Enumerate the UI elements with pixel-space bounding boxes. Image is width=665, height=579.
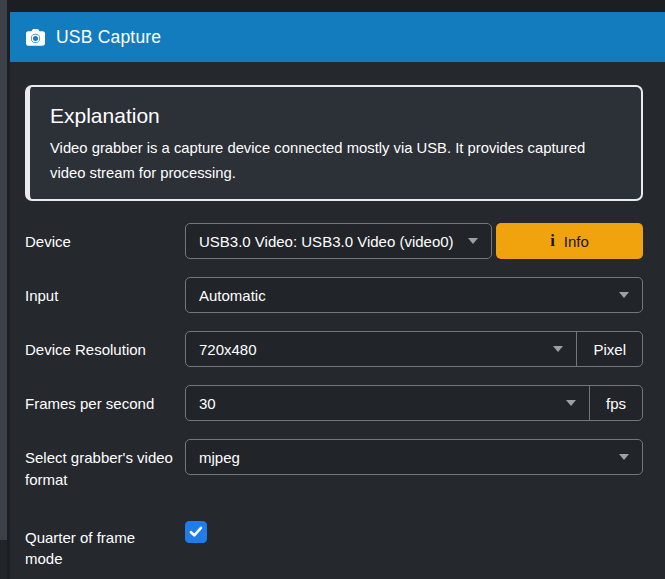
video-format-select[interactable]: mjpeg (185, 439, 643, 475)
device-info-button[interactable]: i Info (496, 223, 643, 259)
check-icon (189, 526, 203, 538)
left-scrollbar-track (0, 0, 7, 579)
resolution-select[interactable]: 720x480 (186, 332, 576, 366)
quarter-frame-checkbox[interactable] (185, 521, 207, 543)
explanation-callout: Explanation Video grabber is a capture d… (25, 85, 643, 201)
resolution-unit: Pixel (576, 332, 642, 366)
device-label: Device (25, 223, 185, 253)
caret-down-icon (619, 454, 629, 460)
input-select[interactable]: Automatic (185, 277, 643, 313)
input-row: Input Automatic (25, 277, 643, 313)
fps-select-value: 30 (199, 395, 216, 412)
video-format-select-value: mjpeg (199, 449, 240, 466)
caret-down-icon (566, 400, 576, 406)
input-label: Input (25, 277, 185, 307)
fps-label: Frames per second (25, 385, 185, 415)
caret-down-icon (468, 238, 478, 244)
left-scrollbar-thumb[interactable] (0, 0, 7, 540)
explanation-text: Video grabber is a capture device connec… (50, 136, 610, 185)
quarter-frame-row: Quarter of frame mode (25, 519, 643, 571)
fps-row: Frames per second 30 fps (25, 385, 643, 421)
device-select-value: USB3.0 Video: USB3.0 Video (video0) (199, 233, 454, 250)
explanation-title: Explanation (50, 103, 621, 128)
video-format-row: Select grabber's video format mjpeg (25, 439, 643, 491)
device-select[interactable]: USB3.0 Video: USB3.0 Video (video0) (185, 223, 492, 259)
camera-icon (26, 29, 45, 46)
usb-capture-panel: USB Capture Explanation Video grabber is… (10, 12, 665, 579)
input-select-value: Automatic (199, 287, 266, 304)
fps-select[interactable]: 30 (186, 386, 589, 420)
caret-down-icon (553, 346, 563, 352)
resolution-label: Device Resolution (25, 331, 185, 361)
panel-header: USB Capture (10, 12, 665, 62)
resolution-select-value: 720x480 (199, 341, 257, 358)
panel-title: USB Capture (56, 27, 161, 48)
fps-unit: fps (589, 386, 642, 420)
panel-body: Explanation Video grabber is a capture d… (10, 62, 665, 579)
resolution-row: Device Resolution 720x480 Pixel (25, 331, 643, 367)
device-row: Device USB3.0 Video: USB3.0 Video (video… (25, 223, 643, 259)
quarter-frame-label: Quarter of frame mode (25, 519, 185, 571)
info-icon: i (550, 233, 555, 250)
caret-down-icon (619, 292, 629, 298)
info-button-label: Info (564, 233, 589, 250)
video-format-label: Select grabber's video format (25, 439, 185, 491)
